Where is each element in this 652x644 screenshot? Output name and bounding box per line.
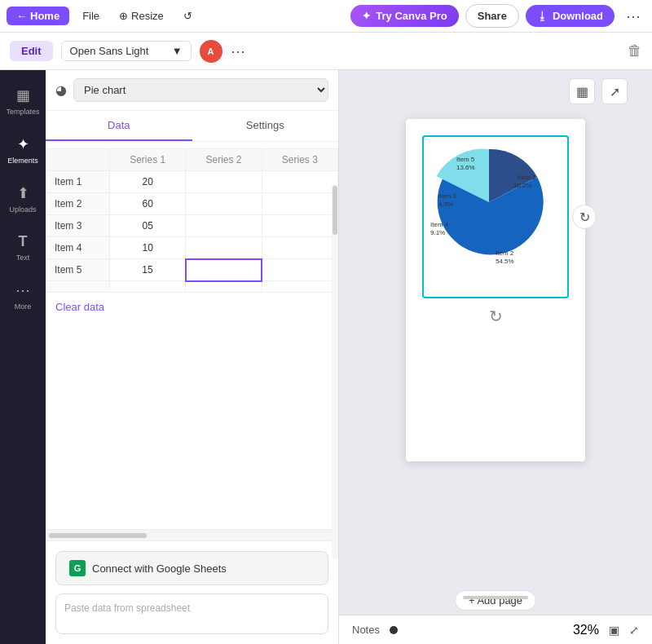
zoom-level: 32% — [573, 623, 599, 637]
main-area: ▦ Templates ✦ Elements ⬆ Uploads T Text … — [0, 70, 652, 644]
topbar: ← Home File ⊕ Resize ↺ ✦ Try Canva Pro S… — [0, 0, 652, 33]
topbar-right: ✦ Try Canva Pro Share ⭳ Download ⋯ — [350, 4, 645, 29]
pie-chart-svg: Item 1 18.2% Item 2 54.5% item 3 4.5% It… — [424, 137, 554, 267]
panel-scroll-thumb — [333, 186, 337, 235]
svg-text:Item 1: Item 1 — [518, 174, 536, 181]
row-val-5-s2[interactable] — [186, 259, 262, 281]
file-button[interactable]: File — [76, 7, 106, 25]
svg-text:13.6%: 13.6% — [456, 164, 475, 171]
svg-text:54.5%: 54.5% — [496, 258, 514, 265]
row-val-3-s2[interactable] — [186, 215, 262, 237]
text-icon: T — [19, 233, 28, 250]
empty-s1[interactable] — [110, 281, 186, 293]
svg-text:Item 4: Item 4 — [430, 221, 449, 228]
data-table: Series 1 Series 2 Series 3 Item 1 20 Ite… — [46, 148, 338, 293]
row-val-3-s3[interactable] — [262, 215, 337, 237]
row-val-1-s2[interactable] — [186, 171, 262, 193]
sidebar-item-more[interactable]: ⋯ More — [0, 275, 46, 317]
canvas-hscroll[interactable] — [463, 596, 528, 599]
templates-icon: ▦ — [16, 86, 30, 104]
chart-refresh-below-button[interactable]: ↻ — [489, 307, 503, 326]
color-button[interactable]: A — [200, 40, 222, 63]
tab-data-label: Data — [108, 119, 130, 131]
grid-button[interactable]: ▦ — [569, 78, 595, 104]
font-selector[interactable]: Open Sans Light ▼ — [61, 41, 192, 61]
row-val-2-s1[interactable]: 60 — [110, 193, 186, 215]
canvas-area: ▦ ➚ — [339, 70, 652, 644]
edit-button[interactable]: Edit — [10, 41, 53, 61]
row-val-2-s3[interactable] — [262, 193, 337, 215]
row-val-4-s1[interactable]: 10 — [110, 237, 186, 259]
try-pro-button[interactable]: ✦ Try Canva Pro — [350, 5, 458, 27]
horizontal-scrollbar[interactable] — [46, 529, 338, 540]
more-icon: ⋯ — [15, 281, 30, 299]
panel: ◕ Pie chart Data Settings Series 1 Ser — [46, 70, 339, 644]
panel-scrollbar[interactable] — [332, 184, 338, 559]
sidebar-item-elements[interactable]: ✦ Elements — [0, 129, 46, 171]
connect-sheets-button[interactable]: G Connect with Google Sheets — [55, 551, 328, 585]
share-button[interactable]: Share — [465, 4, 519, 28]
tab-settings[interactable]: Settings — [192, 111, 339, 141]
try-pro-label: Try Canva Pro — [376, 10, 447, 22]
table-row: Item 5 15 — [46, 259, 338, 281]
row-val-5-s1[interactable]: 15 — [110, 259, 186, 281]
col-header-series2: Series 2 — [186, 149, 262, 171]
download-label: Download — [553, 10, 603, 22]
svg-text:Item 5: Item 5 — [456, 156, 475, 163]
row-label-5: Item 5 — [46, 259, 110, 281]
chart-type-select[interactable]: Pie chart — [73, 78, 328, 102]
row-label-2: Item 2 — [46, 193, 110, 215]
resize-icon: ⊕ — [119, 10, 128, 22]
row-val-1-s3[interactable] — [262, 171, 337, 193]
resize-label: Resize — [131, 10, 164, 22]
sidebar: ▦ Templates ✦ Elements ⬆ Uploads T Text … — [0, 70, 46, 644]
paste-area[interactable]: Paste data from spreadsheet — [55, 593, 328, 634]
row-val-4-s3[interactable] — [262, 237, 337, 259]
delete-button[interactable]: 🗑 — [628, 42, 642, 60]
svg-text:item 3: item 3 — [438, 192, 456, 200]
table-row: Item 1 20 — [46, 171, 338, 193]
tab-settings-label: Settings — [246, 119, 284, 131]
sidebar-item-text[interactable]: T Text — [0, 227, 46, 268]
home-button[interactable]: ← Home — [7, 7, 69, 25]
panel-tabs: Data Settings — [46, 111, 338, 142]
format-more-button[interactable]: ⋯ — [231, 42, 245, 60]
expand-button[interactable]: ➚ — [601, 78, 628, 104]
empty-label — [46, 281, 110, 293]
table-row: Item 4 10 — [46, 237, 338, 259]
more-button[interactable]: ⋯ — [621, 4, 645, 29]
secondbar: Edit Open Sans Light ▼ A ⋯ 🗑 — [0, 33, 652, 70]
download-icon: ⭳ — [537, 10, 548, 22]
status-bar: Notes 32% ▣ ⤢ — [339, 615, 652, 644]
scrollbar-thumb — [49, 533, 147, 538]
sidebar-item-uploads[interactable]: ⬆ Uploads — [0, 178, 46, 220]
chart-container[interactable]: Item 1 18.2% Item 2 54.5% item 3 4.5% It… — [422, 135, 569, 298]
star-icon: ✦ — [362, 10, 371, 22]
empty-s2[interactable] — [186, 281, 262, 293]
row-val-2-s2[interactable] — [186, 193, 262, 215]
fullscreen-button[interactable]: ⤢ — [629, 624, 639, 637]
uploads-icon: ⬆ — [17, 184, 29, 202]
sidebar-uploads-label: Uploads — [9, 205, 36, 214]
fit-page-button[interactable]: ▣ — [609, 624, 619, 637]
svg-text:Item 2: Item 2 — [496, 249, 514, 257]
font-label: Open Sans Light — [70, 45, 149, 57]
sidebar-item-templates[interactable]: ▦ Templates — [0, 80, 46, 122]
download-button[interactable]: ⭳ Download — [526, 5, 615, 27]
clear-data-button[interactable]: Clear data — [46, 293, 338, 321]
row-val-1-s1[interactable]: 20 — [110, 171, 186, 193]
undo-button[interactable]: ↺ — [177, 7, 199, 25]
share-label: Share — [478, 10, 507, 22]
row-val-5-s3[interactable] — [262, 259, 337, 281]
row-val-3-s1[interactable]: 05 — [110, 215, 186, 237]
clear-data-label: Clear data — [55, 301, 104, 313]
resize-button[interactable]: ⊕ Resize — [112, 7, 170, 25]
chart-refresh-button[interactable]: ↻ — [572, 205, 597, 229]
table-row: Item 2 60 — [46, 193, 338, 215]
panel-header: ◕ Pie chart — [46, 70, 338, 111]
home-label: Home — [30, 10, 59, 22]
data-table-container: Series 1 Series 2 Series 3 Item 1 20 Ite… — [46, 142, 338, 529]
row-val-4-s2[interactable] — [186, 237, 262, 259]
empty-s3[interactable] — [262, 281, 337, 293]
tab-data[interactable]: Data — [46, 111, 192, 141]
